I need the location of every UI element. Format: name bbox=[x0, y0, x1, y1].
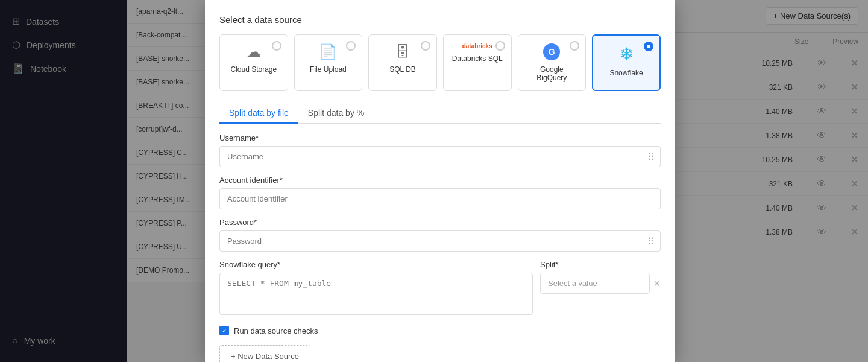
databricks-radio[interactable] bbox=[495, 41, 505, 51]
query-textarea[interactable] bbox=[219, 273, 533, 315]
username-group: Username* ⠿ bbox=[219, 133, 661, 167]
snowflake-icon: ❄ bbox=[620, 44, 634, 64]
snowflake-radio[interactable] bbox=[644, 42, 653, 51]
modal-title: Select a data source bbox=[219, 14, 661, 25]
file-icon: 📄 bbox=[319, 43, 337, 60]
run-checks-label: Run data source checks bbox=[234, 326, 318, 335]
datasource-card-bigquery[interactable]: G Google BigQuery bbox=[518, 34, 587, 91]
run-checks-checkbox[interactable] bbox=[219, 326, 229, 335]
file-upload-label: File Upload bbox=[310, 65, 347, 74]
split-select-wrapper: Select a value ✕ bbox=[540, 273, 661, 294]
account-input[interactable] bbox=[219, 188, 661, 209]
datasource-card-file-upload[interactable]: 📄 File Upload bbox=[294, 34, 363, 91]
db-icon: 🗄 bbox=[395, 43, 410, 60]
tabs: Split data by file Split data by % bbox=[219, 103, 661, 124]
datasource-cards: ☁ Cloud Storage 📄 File Upload 🗄 SQL DB d… bbox=[219, 34, 661, 91]
password-group: Password* ⠿ bbox=[219, 218, 661, 252]
checkbox-row: Run data source checks bbox=[219, 326, 661, 335]
split-select[interactable]: Select a value bbox=[540, 273, 650, 294]
file-upload-radio[interactable] bbox=[346, 41, 356, 51]
bigquery-icon: G bbox=[543, 43, 560, 60]
username-label: Username* bbox=[219, 133, 661, 142]
password-label: Password* bbox=[219, 218, 661, 227]
databricks-icon: databricks bbox=[462, 43, 492, 49]
tab-split-by-file[interactable]: Split data by file bbox=[219, 103, 298, 124]
cloud-storage-label: Cloud Storage bbox=[230, 65, 277, 74]
bigquery-label: Google BigQuery bbox=[526, 65, 579, 82]
query-split-row: Snowflake query* Split* Select a value ✕ bbox=[219, 260, 661, 317]
add-datasource-button[interactable]: + New Data Source bbox=[219, 345, 310, 362]
cloud-icon: ☁ bbox=[247, 43, 261, 60]
sql-db-radio[interactable] bbox=[421, 41, 430, 51]
split-group: Split* Select a value ✕ bbox=[540, 260, 661, 294]
username-input[interactable] bbox=[219, 146, 661, 167]
query-label: Snowflake query* bbox=[219, 260, 533, 269]
username-icon: ⠿ bbox=[647, 151, 655, 162]
password-input[interactable] bbox=[219, 230, 661, 252]
username-input-wrapper: ⠿ bbox=[219, 146, 661, 167]
datasource-card-snowflake[interactable]: ❄ Snowflake bbox=[592, 34, 661, 91]
split-clear-button[interactable]: ✕ bbox=[653, 279, 661, 288]
password-input-wrapper: ⠿ bbox=[219, 230, 661, 252]
datasource-card-databricks[interactable]: databricks Databricks SQL bbox=[443, 34, 512, 91]
snowflake-label: Snowflake bbox=[609, 69, 643, 77]
datasource-card-cloud-storage[interactable]: ☁ Cloud Storage bbox=[219, 34, 288, 91]
datasource-card-sql-db[interactable]: 🗄 SQL DB bbox=[368, 34, 437, 91]
databricks-label: Databricks SQL bbox=[452, 54, 503, 63]
sql-db-label: SQL DB bbox=[389, 65, 416, 74]
cloud-storage-radio[interactable] bbox=[272, 41, 281, 51]
modal: Select a data source ☁ Cloud Storage 📄 F… bbox=[205, 0, 675, 362]
tab-split-by-pct[interactable]: Split data by % bbox=[298, 103, 374, 124]
bigquery-radio[interactable] bbox=[570, 41, 579, 51]
password-icon: ⠿ bbox=[647, 235, 655, 247]
account-group: Account identifier* bbox=[219, 176, 661, 209]
account-label: Account identifier* bbox=[219, 176, 661, 185]
query-group: Snowflake query* bbox=[219, 260, 533, 317]
split-label: Split* bbox=[540, 260, 661, 269]
